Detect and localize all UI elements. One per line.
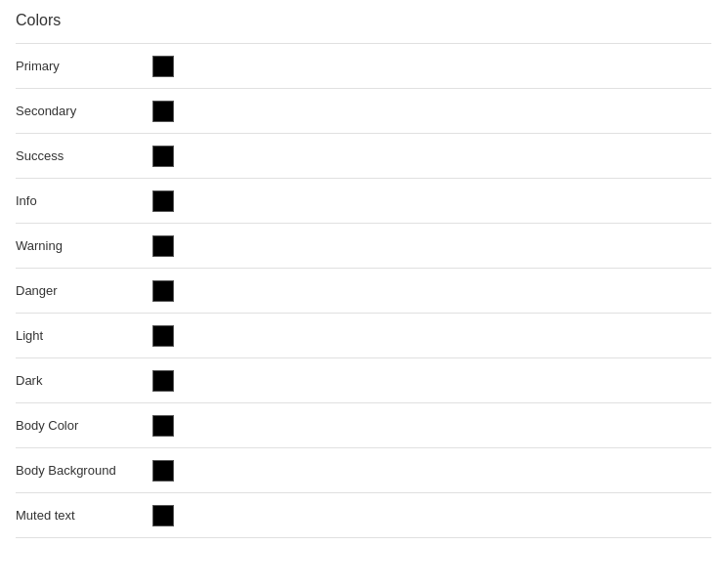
color-swatch-wrapper	[152, 505, 182, 526]
color-label: Danger	[16, 283, 152, 298]
color-swatch[interactable]	[152, 235, 174, 257]
color-label: Success	[16, 148, 152, 163]
color-label: Primary	[16, 59, 152, 73]
colors-settings-panel: Colors PrimarySecondarySuccessInfoWarnin…	[0, 0, 727, 588]
color-row: Body Background	[16, 448, 711, 493]
color-label: Muted text	[16, 508, 152, 523]
color-label: Light	[16, 328, 152, 343]
color-swatch-wrapper	[152, 460, 182, 482]
color-swatch[interactable]	[152, 56, 174, 77]
color-swatch[interactable]	[152, 190, 174, 212]
color-swatch[interactable]	[152, 280, 174, 302]
color-swatch-wrapper	[152, 370, 182, 392]
section-title: Colors	[16, 12, 711, 35]
color-row: Info	[16, 179, 711, 224]
color-row: Danger	[16, 269, 711, 314]
color-label: Dark	[16, 373, 152, 388]
color-label: Body Color	[16, 418, 152, 433]
color-swatch-wrapper	[152, 235, 182, 257]
color-swatch[interactable]	[152, 325, 174, 347]
color-swatch[interactable]	[152, 101, 174, 122]
color-label: Secondary	[16, 104, 152, 118]
color-row: Primary	[16, 44, 711, 89]
color-swatch-wrapper	[152, 101, 182, 122]
color-swatch-wrapper	[152, 146, 182, 167]
color-swatch-wrapper	[152, 190, 182, 212]
color-row: Muted text	[16, 493, 711, 538]
color-label: Body Background	[16, 463, 152, 478]
color-rows-list: PrimarySecondarySuccessInfoWarningDanger…	[16, 43, 711, 538]
color-label: Warning	[16, 238, 152, 253]
color-swatch[interactable]	[152, 415, 174, 437]
color-swatch-wrapper	[152, 325, 182, 347]
color-swatch[interactable]	[152, 460, 174, 482]
color-label: Info	[16, 193, 152, 208]
color-row: Dark	[16, 358, 711, 403]
color-swatch[interactable]	[152, 370, 174, 392]
color-swatch[interactable]	[152, 505, 174, 526]
color-swatch-wrapper	[152, 56, 182, 77]
color-row: Body Color	[16, 403, 711, 448]
color-row: Secondary	[16, 89, 711, 134]
color-row: Warning	[16, 224, 711, 269]
color-swatch-wrapper	[152, 280, 182, 302]
color-swatch[interactable]	[152, 146, 174, 167]
color-swatch-wrapper	[152, 415, 182, 437]
color-row: Light	[16, 314, 711, 358]
color-row: Success	[16, 134, 711, 179]
